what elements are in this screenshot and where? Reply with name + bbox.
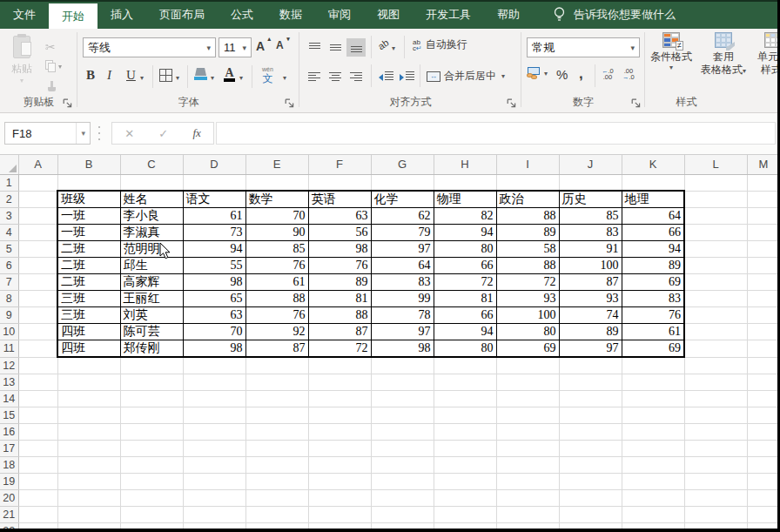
cell-I17[interactable] — [496, 440, 559, 456]
cell-I8[interactable]: 93 — [496, 291, 559, 307]
cell-G9[interactable]: 78 — [371, 307, 434, 324]
cell-F11[interactable]: 72 — [308, 340, 371, 358]
cell-B6[interactable]: 二班 — [57, 258, 120, 274]
cell-C16[interactable] — [120, 423, 183, 440]
cell-I11[interactable]: 69 — [496, 340, 559, 358]
cell-G17[interactable] — [371, 440, 434, 456]
column-header-E[interactable]: E — [245, 155, 308, 174]
cell-M8[interactable] — [747, 291, 780, 307]
cell-C21[interactable] — [120, 506, 183, 522]
cell-E8[interactable]: 88 — [245, 291, 308, 307]
cell-I19[interactable] — [496, 473, 559, 489]
cell-J19[interactable] — [559, 473, 622, 489]
cell-I4[interactable]: 89 — [496, 225, 559, 241]
cell-D1[interactable] — [183, 174, 245, 191]
cell-B19[interactable] — [57, 473, 120, 489]
decrease-indent-button[interactable] — [376, 67, 395, 85]
cell-L3[interactable] — [684, 208, 747, 225]
insert-function-icon[interactable]: fx — [192, 126, 200, 140]
tab-数据[interactable]: 数据 — [266, 0, 315, 29]
cell-M7[interactable] — [747, 274, 780, 291]
cell-K2[interactable]: 地理 — [622, 191, 684, 208]
cell-D13[interactable] — [183, 374, 245, 390]
cell-E10[interactable]: 92 — [245, 324, 308, 340]
row-header-12[interactable]: 12 — [0, 357, 18, 374]
cell-K10[interactable]: 61 — [622, 324, 684, 340]
cell-M21[interactable] — [747, 506, 780, 522]
cell-M12[interactable] — [747, 357, 780, 374]
cell-B12[interactable] — [57, 357, 120, 374]
cell-F21[interactable] — [308, 506, 371, 522]
cell-J12[interactable] — [559, 357, 622, 374]
column-header-A[interactable]: A — [18, 155, 57, 174]
cell-J16[interactable] — [559, 423, 622, 440]
cell-D15[interactable] — [183, 407, 245, 423]
cut-button[interactable]: ✂ — [45, 40, 56, 54]
cell-G21[interactable] — [371, 506, 434, 522]
cell-A9[interactable] — [18, 307, 57, 324]
cell-K16[interactable] — [622, 423, 684, 440]
cell-K13[interactable] — [622, 374, 684, 390]
tab-公式[interactable]: 公式 — [218, 0, 266, 29]
cell-C9[interactable]: 刘英 — [120, 307, 183, 324]
cell-K17[interactable] — [622, 440, 684, 456]
percent-style-button[interactable]: % — [556, 67, 568, 82]
cell-D8[interactable]: 65 — [183, 291, 245, 307]
cell-M17[interactable] — [747, 440, 780, 456]
column-header-C[interactable]: C — [120, 155, 183, 174]
cell-F7[interactable]: 89 — [308, 274, 371, 291]
tab-帮助[interactable]: 帮助 — [484, 0, 533, 29]
row-header-3[interactable]: 3 — [0, 208, 18, 225]
cell-A4[interactable] — [18, 225, 57, 241]
cell-C17[interactable] — [120, 440, 183, 456]
cell-A11[interactable] — [18, 340, 57, 358]
cell-I2[interactable]: 政治 — [496, 191, 559, 208]
cell-A7[interactable] — [18, 274, 57, 291]
cell-C11[interactable]: 郑传刚 — [120, 340, 183, 358]
cell-H14[interactable] — [434, 390, 496, 407]
cell-G20[interactable] — [371, 489, 434, 506]
cell-M5[interactable] — [747, 241, 780, 258]
cell-J3[interactable]: 85 — [559, 208, 622, 225]
row-header-13[interactable]: 13 — [0, 374, 18, 390]
align-middle-button[interactable] — [326, 38, 345, 57]
cell-J18[interactable] — [559, 456, 622, 473]
fill-color-button[interactable] — [194, 68, 207, 80]
cell-B1[interactable] — [57, 174, 120, 191]
cell-F15[interactable] — [308, 407, 371, 423]
cell-H15[interactable] — [434, 407, 496, 423]
cell-F9[interactable]: 88 — [308, 307, 371, 324]
merge-center-button[interactable]: ↔ 合并后居中 ▾ — [427, 69, 505, 84]
column-header-G[interactable]: G — [371, 155, 434, 174]
cell-C20[interactable] — [120, 489, 183, 506]
cell-H6[interactable]: 66 — [434, 258, 496, 274]
row-header-4[interactable]: 4 — [0, 225, 18, 241]
cell-H9[interactable]: 66 — [434, 307, 496, 324]
cell-A18[interactable] — [18, 456, 57, 473]
cell-D20[interactable] — [183, 489, 245, 506]
cell-H3[interactable]: 82 — [434, 208, 496, 225]
cell-C7[interactable]: 高家辉 — [120, 274, 183, 291]
cell-K3[interactable]: 64 — [622, 208, 684, 225]
cell-B8[interactable]: 三班 — [57, 291, 120, 307]
cell-J6[interactable]: 100 — [559, 258, 622, 274]
cell-B9[interactable]: 三班 — [57, 307, 120, 324]
cell-A15[interactable] — [18, 407, 57, 423]
font-size-combo[interactable]: 11 ▾ — [219, 37, 252, 57]
cell-F10[interactable]: 87 — [308, 324, 371, 340]
cell-A2[interactable] — [18, 191, 57, 208]
number-format-combo[interactable]: 常规 ▾ — [527, 37, 640, 57]
cell-I5[interactable]: 58 — [496, 241, 559, 258]
cell-D18[interactable] — [183, 456, 245, 473]
cell-L10[interactable] — [684, 324, 747, 340]
cell-E19[interactable] — [245, 473, 308, 489]
orientation-icon[interactable]: ab — [376, 37, 391, 52]
cell-G7[interactable]: 83 — [371, 274, 434, 291]
cell-L7[interactable] — [684, 274, 747, 291]
cell-M14[interactable] — [747, 390, 780, 407]
row-header-17[interactable]: 17 — [0, 440, 18, 456]
cell-A8[interactable] — [18, 291, 57, 307]
cell-M9[interactable] — [747, 307, 780, 324]
cell-C8[interactable]: 王丽红 — [120, 291, 183, 307]
cell-H13[interactable] — [434, 374, 496, 390]
